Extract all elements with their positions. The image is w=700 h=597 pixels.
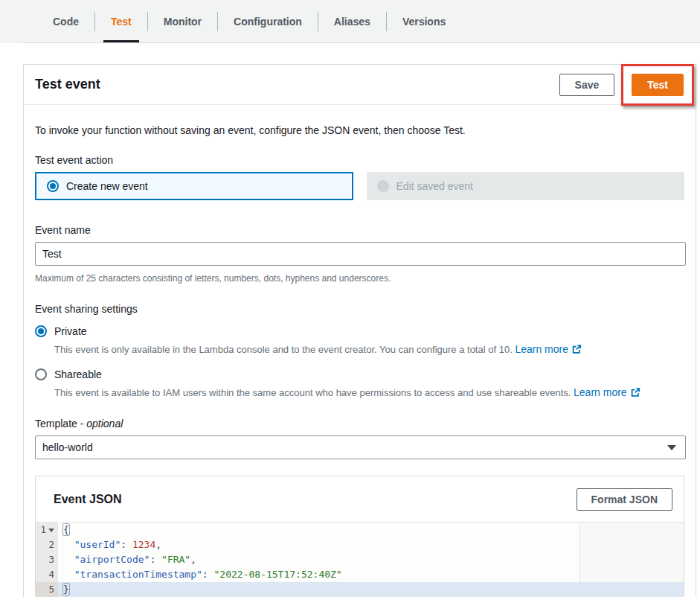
create-new-event-option[interactable]: Create new event: [35, 172, 353, 200]
page-title: Test event: [35, 77, 100, 92]
tab-monitor[interactable]: Monitor: [148, 0, 217, 42]
code-line[interactable]: 2 "userId": 1234,: [36, 537, 684, 552]
tab-configuration[interactable]: Configuration: [218, 0, 318, 42]
event-name-label: Event name: [35, 224, 684, 236]
external-link-icon: [571, 344, 582, 354]
format-json-button[interactable]: Format JSON: [577, 488, 672, 511]
function-tab-bar: Code Test Monitor Configuration Aliases …: [0, 0, 700, 43]
line-number: 3: [36, 552, 58, 567]
tab-aliases[interactable]: Aliases: [318, 0, 386, 42]
code-line-content[interactable]: {: [58, 523, 684, 537]
line-number: 1: [36, 523, 58, 537]
test-button[interactable]: Test: [632, 74, 684, 96]
shareable-radio-option[interactable]: Shareable: [35, 368, 684, 380]
card-header: Test event Save Test: [24, 65, 696, 105]
save-button[interactable]: Save: [559, 74, 615, 96]
test-event-action-label: Test event action: [35, 154, 684, 166]
event-name-helper: Maximum of 25 characters consisting of l…: [35, 273, 684, 284]
line-number: 2: [36, 537, 58, 552]
template-select[interactable]: hello-world: [35, 435, 686, 459]
private-label: Private: [54, 325, 87, 337]
annotation-highlight-box: Test: [621, 64, 694, 106]
radio-selected-icon[interactable]: [47, 180, 59, 192]
private-description: This event is only available in the Lamb…: [54, 343, 684, 355]
template-label: Template - optional: [35, 418, 684, 430]
code-line[interactable]: 5}: [36, 582, 684, 597]
tab-test[interactable]: Test: [95, 0, 147, 42]
code-line[interactable]: 4 "transactionTimestamp": "2022-08-15T17…: [36, 567, 684, 582]
code-line-content[interactable]: "airportCode": "FRA",: [58, 552, 684, 567]
learn-more-link[interactable]: Learn more: [515, 343, 582, 355]
caret-down-icon: [667, 445, 676, 450]
edit-saved-event-option[interactable]: Edit saved event: [367, 172, 685, 200]
event-json-title: Event JSON: [54, 493, 122, 506]
json-code-editor[interactable]: 1{2 "userId": 1234,3 "airportCode": "FRA…: [36, 523, 684, 597]
edit-saved-event-label: Edit saved event: [396, 180, 474, 192]
line-number: 4: [36, 567, 58, 582]
create-new-event-label: Create new event: [66, 180, 148, 192]
tab-bar-divider: [22, 42, 700, 43]
shareable-description: This event is available to IAM users wit…: [54, 386, 684, 398]
code-lines: 1{2 "userId": 1234,3 "airportCode": "FRA…: [36, 523, 684, 597]
event-name-input[interactable]: [35, 242, 686, 266]
code-line[interactable]: 1{: [36, 523, 684, 537]
intro-text: To invoke your function without saving a…: [35, 124, 684, 136]
event-sharing-settings-label: Event sharing settings: [35, 303, 684, 315]
code-line-content[interactable]: }: [58, 582, 684, 597]
tab-code[interactable]: Code: [37, 0, 94, 42]
code-line-content[interactable]: "transactionTimestamp": "2022-08-15T17:5…: [58, 567, 684, 582]
shareable-label: Shareable: [54, 368, 102, 380]
radio-disabled-icon: [377, 180, 389, 192]
radio-unselected-icon[interactable]: [35, 368, 47, 380]
code-line[interactable]: 3 "airportCode": "FRA",: [36, 552, 684, 567]
event-json-panel: Event JSON Format JSON 1{2 "userId": 123…: [35, 476, 684, 597]
external-link-icon: [630, 387, 640, 398]
tab-versions[interactable]: Versions: [387, 0, 461, 42]
template-select-value: hello-world: [42, 441, 93, 453]
radio-selected-icon[interactable]: [35, 325, 47, 337]
private-radio-option[interactable]: Private: [35, 325, 684, 337]
learn-more-link[interactable]: Learn more: [574, 386, 640, 398]
test-event-card: Test event Save Test To invoke your func…: [23, 64, 696, 597]
code-line-content[interactable]: "userId": 1234,: [58, 537, 684, 552]
line-number: 5: [36, 582, 58, 597]
fold-caret-icon[interactable]: [48, 529, 54, 532]
